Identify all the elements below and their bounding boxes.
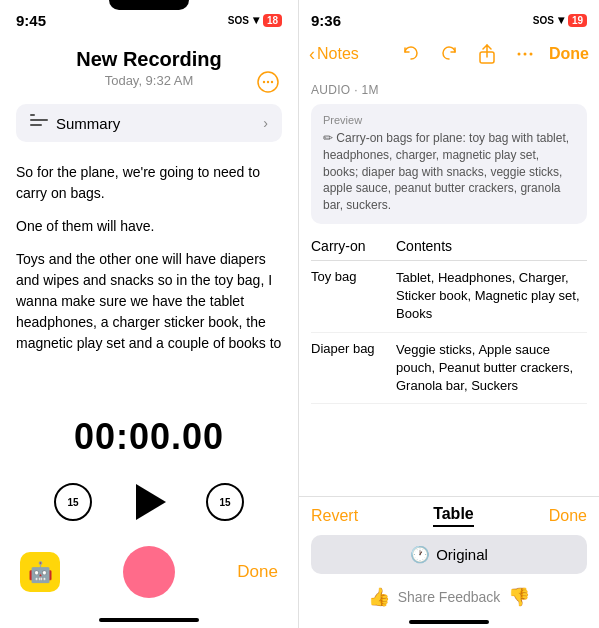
- time-right: 9:36: [311, 12, 341, 29]
- back-label: Notes: [317, 45, 359, 63]
- battery-left: 18: [263, 14, 282, 27]
- table-row-diaperbag: Diaper bag Veggie sticks, Apple sauce po…: [311, 333, 587, 405]
- notch: [109, 0, 189, 10]
- home-indicator-left: [99, 618, 199, 622]
- cell-carryOn-1: Toy bag: [311, 269, 396, 284]
- feedback-row: 👍 Share Feedback 👎: [311, 582, 587, 614]
- svg-point-3: [271, 81, 273, 83]
- svg-point-8: [518, 53, 521, 56]
- audio-label: Audio · 1m: [311, 83, 379, 97]
- record-button[interactable]: [123, 546, 175, 598]
- time-left: 9:45: [16, 12, 46, 29]
- summary-icon: [30, 114, 48, 132]
- revert-button[interactable]: Revert: [311, 507, 358, 525]
- back-chevron-icon: ‹: [309, 44, 315, 65]
- rewind-button[interactable]: 15: [53, 482, 93, 522]
- table-tab[interactable]: Table: [433, 505, 474, 527]
- wifi-icon-left: ▾: [253, 13, 259, 27]
- preview-section: Preview ✏ Carry-on bags for plane: toy b…: [311, 104, 587, 224]
- summary-left: Summary: [30, 114, 120, 132]
- status-icons-right: SOS ▾ 19: [533, 13, 587, 27]
- done-button-right[interactable]: Done: [549, 45, 589, 63]
- forward-15-icon: 15: [206, 483, 244, 521]
- recording-date: Today, 9:32 AM: [16, 73, 282, 88]
- transcript-p1: So for the plane, we're going to need to…: [16, 162, 282, 204]
- undo-button[interactable]: [397, 40, 425, 68]
- original-button[interactable]: 🕐 Original: [311, 535, 587, 574]
- back-button[interactable]: ‹ Notes: [309, 44, 359, 65]
- tab-row: Revert Table Done: [311, 505, 587, 527]
- svg-rect-4: [30, 114, 35, 116]
- svg-point-10: [530, 53, 533, 56]
- transcript-p3: Toys and the other one will have diapers…: [16, 249, 282, 354]
- status-icons-left: SOS ▾ 18: [228, 13, 282, 27]
- clock-icon: 🕐: [410, 545, 430, 564]
- feedback-label: Share Feedback: [398, 589, 501, 605]
- done-button-tab[interactable]: Done: [549, 507, 587, 525]
- svg-point-2: [267, 81, 269, 83]
- share-button[interactable]: [473, 40, 501, 68]
- wifi-icon-right: ▾: [558, 13, 564, 27]
- transcript-p2: One of them will have.: [16, 216, 282, 237]
- timer-display: 00:00.00: [0, 408, 298, 470]
- audio-label-row: Audio · 1m: [299, 76, 599, 100]
- cell-contents-1: Tablet, Headphones, Charger, Sticker boo…: [396, 269, 587, 324]
- transcript-text: So for the plane, we're going to need to…: [0, 150, 298, 408]
- battery-right: 19: [568, 14, 587, 27]
- summary-label: Summary: [56, 115, 120, 132]
- thumbs-up-icon[interactable]: 👍: [368, 586, 390, 608]
- cell-carryOn-2: Diaper bag: [311, 341, 396, 356]
- playback-controls: 15 15: [0, 470, 298, 538]
- table-row-toybag: Toy bag Tablet, Headphones, Charger, Sti…: [311, 261, 587, 333]
- play-icon: [136, 484, 166, 520]
- thumbs-down-icon[interactable]: 👎: [508, 586, 530, 608]
- nav-bar-right: ‹ Notes: [299, 36, 599, 76]
- bottom-tab-bar: Revert Table Done 🕐 Original 👍 Share Fee…: [299, 496, 599, 618]
- rewind-15-icon: 15: [54, 483, 92, 521]
- sos-left: SOS: [228, 15, 249, 26]
- forward-button[interactable]: 15: [205, 482, 245, 522]
- play-button[interactable]: [125, 478, 173, 526]
- nav-right-icons: Done: [397, 40, 589, 68]
- cell-contents-2: Veggie sticks, Apple sauce pouch, Peanut…: [396, 341, 587, 396]
- more-button-right[interactable]: [511, 40, 539, 68]
- svg-point-1: [263, 81, 265, 83]
- recording-title: New Recording: [16, 48, 282, 71]
- original-label: Original: [436, 546, 488, 563]
- table-section: Carry-on Contents Toy bag Tablet, Headph…: [299, 232, 599, 496]
- bottom-controls: 🤖 Done: [0, 538, 298, 614]
- svg-rect-6: [30, 124, 42, 126]
- preview-text: ✏ Carry-on bags for plane: toy bag with …: [323, 130, 575, 214]
- done-button-left[interactable]: Done: [237, 562, 278, 582]
- svg-point-9: [524, 53, 527, 56]
- home-indicator-right: [409, 620, 489, 624]
- column-header-contents: Contents: [396, 238, 587, 254]
- column-header-carryOn: Carry-on: [311, 238, 396, 254]
- table-header-row: Carry-on Contents: [311, 232, 587, 261]
- ai-icon: 🤖: [28, 560, 53, 584]
- summary-bar[interactable]: Summary ›: [16, 104, 282, 142]
- right-panel: 9:36 SOS ▾ 19 ‹ Notes: [299, 0, 599, 628]
- preview-label: Preview: [323, 114, 575, 126]
- sos-right: SOS: [533, 15, 554, 26]
- left-panel: 9:45 SOS ▾ 18 New Recording Today, 9:32 …: [0, 0, 299, 628]
- svg-rect-5: [30, 119, 48, 121]
- ai-button[interactable]: 🤖: [20, 552, 60, 592]
- more-button[interactable]: [254, 68, 282, 96]
- status-bar-right: 9:36 SOS ▾ 19: [299, 0, 599, 36]
- redo-button[interactable]: [435, 40, 463, 68]
- chevron-right-icon: ›: [263, 115, 268, 131]
